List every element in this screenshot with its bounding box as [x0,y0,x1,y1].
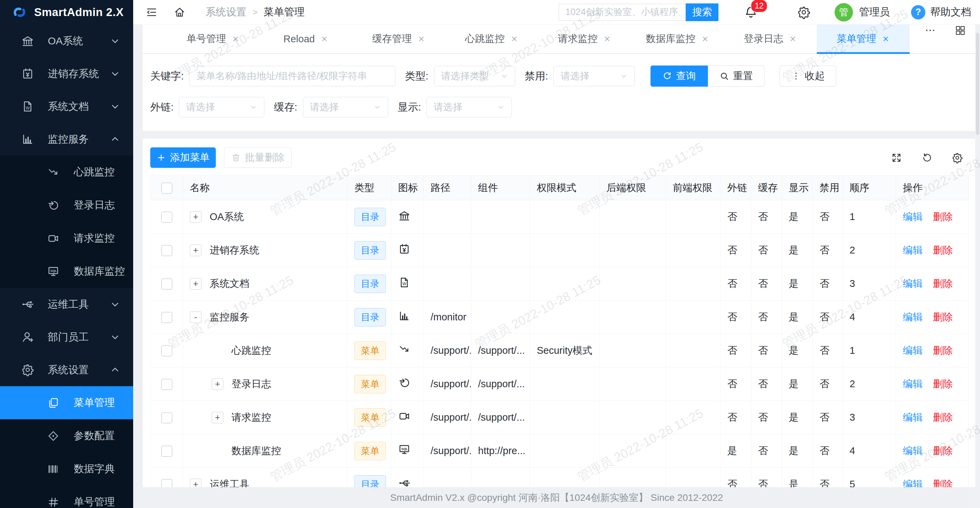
tab-login-log[interactable]: 登录日志 [724,25,817,53]
edit-link[interactable]: 编辑 [903,479,923,487]
delete-link[interactable]: 删除 [933,479,953,487]
sidebar-subitem-request-monitor[interactable]: 请求监控 [0,222,133,255]
sidebar-subitem-database-monitor[interactable]: SQL数据库监控 [0,255,133,288]
delete-link[interactable]: 删除 [933,278,953,289]
help-icon[interactable]: ? [911,5,925,19]
table-row-monitor-service: -监控服务目录/monitor否否是否4编辑删除 [151,300,969,334]
user-name[interactable]: 管理员 [859,5,890,19]
fullscreen-icon[interactable] [891,152,902,164]
tab-order-number[interactable]: 单号管理 [167,25,259,53]
refresh-icon[interactable] [921,152,932,164]
close-icon[interactable] [417,35,425,43]
batch-delete-button[interactable]: 批量删除 [224,148,292,168]
row-checkbox[interactable] [161,379,172,390]
scrollbar-thumb[interactable] [976,33,979,135]
expand-row-toggle[interactable]: + [212,412,223,423]
menu-fold-icon[interactable] [145,6,158,18]
notification-badge: 12 [751,0,768,13]
row-checkbox[interactable] [161,479,172,487]
disabled-select[interactable]: 请选择 [554,66,635,86]
row-checkbox[interactable] [161,446,172,457]
tab-menu-management[interactable]: 菜单管理 [817,25,910,53]
edit-link[interactable]: 编辑 [903,412,923,423]
row-checkbox[interactable] [161,278,172,290]
sidebar-item-ops-tools[interactable]: 运维工具 [0,288,133,321]
chevron-down-icon [500,71,509,81]
tab-reload[interactable]: Reload [259,25,352,53]
delete-link[interactable]: 删除 [933,412,953,423]
sidebar-item-inventory-system[interactable]: 进销存系统 [0,57,133,90]
sidebar-item-oa-system[interactable]: OA系统 [0,25,133,57]
external-select[interactable]: 请选择 [179,97,264,117]
delete-link[interactable]: 删除 [933,244,953,256]
expand-row-toggle[interactable]: + [190,278,202,290]
tabs-more-icon[interactable] [915,25,945,36]
collapse-row-toggle[interactable]: - [190,311,202,323]
collapse-filters-button[interactable]: 收起 [780,65,836,87]
edit-link[interactable]: 编辑 [903,278,923,289]
row-checkbox[interactable] [161,312,172,323]
delete-link[interactable]: 删除 [933,345,953,356]
show-select[interactable]: 请选择 [426,97,512,117]
select-all-checkbox[interactable] [161,183,172,194]
sidebar-subitem-data-dictionary[interactable]: 数据字典 [0,452,133,486]
sidebar-item-system-settings[interactable]: 系统设置 [0,354,133,386]
search-input[interactable] [558,4,686,21]
sidebar-item-monitor-service[interactable]: 监控服务 [0,123,133,156]
menu-name: 监控服务 [210,310,249,324]
table-settings-icon[interactable] [952,152,963,164]
search-button[interactable]: 搜索 [686,3,718,21]
tabs-layout-icon[interactable] [945,25,975,36]
delete-link[interactable]: 删除 [933,445,953,456]
sidebar-item-department-staff[interactable]: 部门员工 [0,321,133,354]
cell-cache: 否 [751,367,782,401]
keyword-input[interactable] [189,66,395,86]
close-icon[interactable] [701,35,709,43]
delete-link[interactable]: 删除 [933,211,953,222]
tab-heartbeat-monitor[interactable]: 心跳监控 [445,25,538,53]
row-checkbox[interactable] [161,245,172,256]
edit-link[interactable]: 编辑 [903,445,923,456]
delete-link[interactable]: 删除 [933,378,953,389]
tab-cache-management[interactable]: 缓存管理 [352,25,445,53]
sidebar-subitem-login-log[interactable]: 登录日志 [0,189,133,222]
edit-link[interactable]: 编辑 [903,244,923,256]
close-icon[interactable] [320,35,328,43]
edit-link[interactable]: 编辑 [903,211,923,222]
close-icon[interactable] [789,35,797,43]
tab-database-monitor[interactable]: 数据库监控 [631,25,724,53]
expand-row-toggle[interactable]: + [190,211,202,223]
sidebar-subitem-menu-management[interactable]: 菜单管理 [0,386,133,419]
reset-button[interactable]: 重置 [708,65,765,87]
close-icon[interactable] [232,35,240,43]
edit-link[interactable]: 编辑 [903,311,923,322]
expand-row-toggle[interactable]: + [212,378,223,390]
add-menu-button[interactable]: 添加菜单 [150,148,216,168]
scrollbar[interactable] [975,25,980,508]
expand-row-toggle[interactable]: + [190,479,202,487]
delete-link[interactable]: 删除 [933,311,953,322]
query-button[interactable]: 查询 [651,65,708,87]
cache-select[interactable]: 请选择 [303,97,388,117]
expand-row-toggle[interactable]: + [190,244,202,256]
edit-link[interactable]: 编辑 [903,345,923,356]
row-checkbox[interactable] [161,345,172,357]
avatar[interactable]: 管 [835,3,853,22]
type-select[interactable]: 请选择类型 [434,66,515,86]
home-icon[interactable] [173,6,186,18]
sidebar-subitem-order-number[interactable]: 单号管理 [0,486,133,508]
col-header-actions: 操作 [896,176,969,200]
row-checkbox[interactable] [161,211,172,223]
sidebar-subitem-param-config[interactable]: 参数配置 [0,419,133,452]
sidebar-subitem-heartbeat-monitor[interactable]: 心跳监控 [0,156,133,189]
edit-link[interactable]: 编辑 [903,378,923,389]
close-icon[interactable] [603,35,611,43]
close-icon[interactable] [882,35,890,43]
row-checkbox[interactable] [161,412,172,423]
sidebar-item-system-docs[interactable]: W系统文档 [0,90,133,123]
close-icon[interactable] [510,35,518,43]
settings-gear-icon[interactable] [797,5,811,19]
help-label[interactable]: 帮助文档 [930,5,971,19]
cell-cache: 否 [751,234,782,267]
tab-request-monitor[interactable]: 请求监控 [538,25,631,53]
